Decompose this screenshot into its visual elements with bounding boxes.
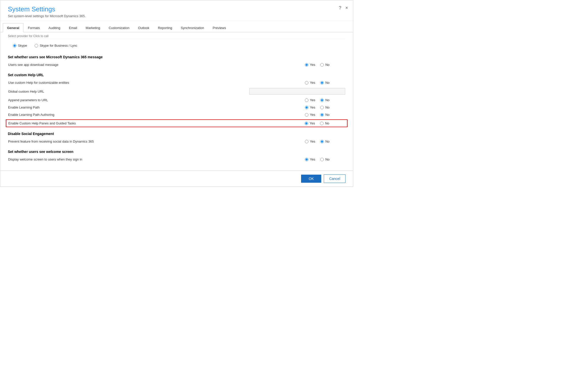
cancel-button[interactable]: Cancel: [324, 174, 345, 183]
enable-learning-path-authoring-label: Enable Learning Path Authoring: [8, 113, 305, 117]
content-area: Select provider for Click to call Skype …: [0, 32, 353, 174]
skype-business-label: Skype for Business / Lync: [40, 44, 77, 47]
users-see-app-download-label: Users see app download message: [8, 63, 305, 67]
row-users-see-app-download: Users see app download message Yes No: [8, 61, 345, 68]
enable-learning-path-authoring-no[interactable]: No: [320, 113, 330, 117]
use-custom-help-yes[interactable]: Yes: [305, 81, 315, 85]
skype-option[interactable]: Skype: [13, 44, 27, 47]
append-params-no[interactable]: No: [320, 98, 330, 102]
prevent-social-data-yes-radio[interactable]: [305, 140, 308, 143]
dialog-controls: ? ×: [339, 5, 348, 11]
dialog-footer: OK Cancel: [0, 171, 353, 186]
tab-reporting[interactable]: Reporting: [154, 23, 176, 32]
display-welcome-screen-yes[interactable]: Yes: [305, 157, 315, 161]
row-display-welcome-screen: Display welcome screen to users when the…: [8, 156, 345, 163]
dialog-subtitle: Set system-level settings for Microsoft …: [8, 14, 345, 18]
section-ms-message-heading: Set whether users see Microsoft Dynamics…: [8, 55, 345, 59]
global-help-url-input[interactable]: [249, 88, 345, 95]
append-params-label: Append parameters to URL: [8, 98, 305, 102]
enable-learning-path-no[interactable]: No: [320, 105, 330, 109]
display-welcome-screen-yes-radio[interactable]: [305, 158, 308, 161]
enable-custom-help-panes-radio-group: Yes No: [305, 121, 345, 125]
row-global-help-url: Global custom Help URL: [8, 86, 345, 96]
use-custom-help-radio-group: Yes No: [305, 81, 345, 85]
enable-learning-path-no-radio[interactable]: [320, 106, 324, 109]
display-welcome-screen-radio-group: Yes No: [305, 157, 345, 161]
enable-custom-help-panes-yes-radio[interactable]: [305, 122, 308, 125]
enable-learning-path-authoring-yes-radio[interactable]: [305, 113, 308, 117]
tab-marketing[interactable]: Marketing: [82, 23, 104, 32]
tabs-bar: General Formats Auditing Email Marketing…: [0, 23, 353, 32]
enable-custom-help-panes-yes[interactable]: Yes: [305, 121, 315, 125]
tab-email[interactable]: Email: [65, 23, 82, 32]
enable-learning-path-yes[interactable]: Yes: [305, 105, 315, 109]
append-params-no-radio[interactable]: [320, 98, 324, 102]
users-see-app-download-yes[interactable]: Yes: [305, 63, 315, 67]
row-enable-custom-help-panes: Enable Custom Help Panes and Guided Task…: [6, 119, 348, 127]
enable-learning-path-label: Enable Learning Path: [8, 105, 305, 109]
tab-auditing[interactable]: Auditing: [44, 23, 65, 32]
use-custom-help-yes-radio[interactable]: [305, 81, 308, 85]
display-welcome-screen-label: Display welcome screen to users when the…: [8, 157, 305, 161]
section-social-engagement-heading: Disable Social Engagement: [8, 132, 345, 136]
users-see-app-download-no-radio[interactable]: [320, 63, 324, 67]
append-params-radio-group: Yes No: [305, 98, 345, 102]
tab-outlook[interactable]: Outlook: [134, 23, 154, 32]
skype-label: Skype: [18, 44, 27, 47]
tab-synchronization[interactable]: Synchronization: [176, 23, 208, 32]
skype-radio[interactable]: [13, 44, 16, 47]
section-custom-help-heading: Set custom Help URL: [8, 73, 345, 77]
tab-formats[interactable]: Formats: [23, 23, 44, 32]
close-icon[interactable]: ×: [345, 5, 348, 11]
prevent-social-data-yes[interactable]: Yes: [305, 140, 315, 143]
dialog-title: System Settings: [8, 5, 345, 13]
tab-customization[interactable]: Customization: [104, 23, 134, 32]
scroll-hint: Select provider for Click to call: [8, 32, 345, 39]
tab-previews[interactable]: Previews: [208, 23, 230, 32]
row-use-custom-help: Use custom Help for customizable entitie…: [8, 79, 345, 86]
skype-business-option[interactable]: Skype for Business / Lync: [35, 44, 77, 47]
display-welcome-screen-no-radio[interactable]: [320, 158, 324, 161]
enable-custom-help-panes-no-radio[interactable]: [320, 122, 324, 125]
row-prevent-social-data: Prevent feature from receiving social da…: [8, 138, 345, 145]
row-enable-learning-path-authoring: Enable Learning Path Authoring Yes No: [8, 111, 345, 118]
row-enable-learning-path: Enable Learning Path Yes No: [8, 104, 345, 111]
use-custom-help-no-radio[interactable]: [320, 81, 324, 85]
users-see-app-download-no[interactable]: No: [320, 63, 330, 67]
help-icon[interactable]: ?: [339, 5, 341, 11]
row-append-params: Append parameters to URL Yes No: [8, 96, 345, 104]
prevent-social-data-radio-group: Yes No: [305, 140, 345, 143]
enable-learning-path-authoring-radio-group: Yes No: [305, 113, 345, 117]
append-params-yes[interactable]: Yes: [305, 98, 315, 102]
provider-row: Skype Skype for Business / Lync: [8, 42, 345, 50]
global-help-url-label: Global custom Help URL: [8, 90, 249, 93]
ok-button[interactable]: OK: [301, 175, 321, 183]
use-custom-help-no[interactable]: No: [320, 81, 330, 85]
append-params-yes-radio[interactable]: [305, 98, 308, 102]
display-welcome-screen-no[interactable]: No: [320, 157, 330, 161]
prevent-social-data-no[interactable]: No: [320, 140, 330, 143]
use-custom-help-label: Use custom Help for customizable entitie…: [8, 81, 305, 85]
skype-business-radio[interactable]: [35, 44, 38, 47]
prevent-social-data-label: Prevent feature from receiving social da…: [8, 140, 305, 143]
users-see-app-download-radio-group: Yes No: [305, 63, 345, 67]
prevent-social-data-no-radio[interactable]: [320, 140, 324, 143]
enable-learning-path-authoring-yes[interactable]: Yes: [305, 113, 315, 117]
enable-learning-path-radio-group: Yes No: [305, 105, 345, 109]
dialog-header: System Settings Set system-level setting…: [0, 0, 353, 21]
enable-custom-help-panes-label: Enable Custom Help Panes and Guided Task…: [8, 121, 305, 125]
enable-learning-path-authoring-no-radio[interactable]: [320, 113, 324, 117]
enable-learning-path-yes-radio[interactable]: [305, 106, 308, 109]
users-see-app-download-yes-radio[interactable]: [305, 63, 308, 67]
tab-general[interactable]: General: [3, 23, 23, 32]
section-welcome-screen-heading: Set whether users see welcome screen: [8, 150, 345, 154]
enable-custom-help-panes-no[interactable]: No: [320, 121, 329, 125]
